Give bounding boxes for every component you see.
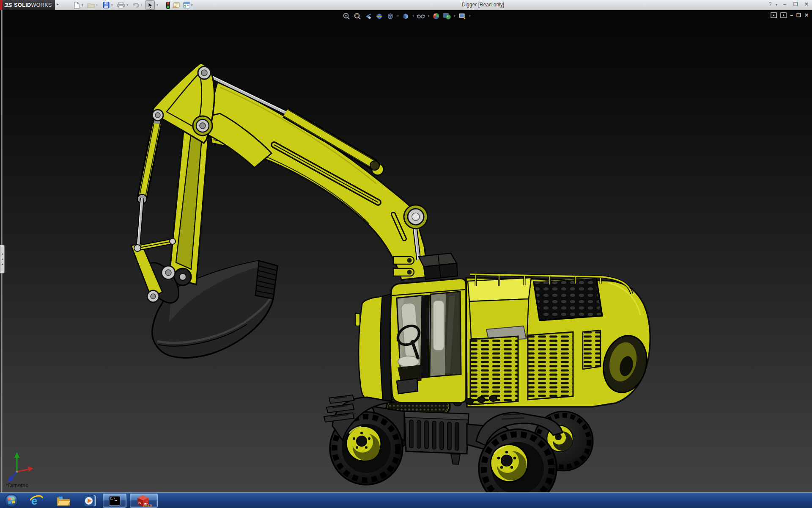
solidworks-cube-icon: S W 2015 bbox=[135, 494, 153, 507]
app-close-button[interactable]: ✕ bbox=[804, 1, 809, 7]
titlebar: ЗS SOLIDWORKS ▸ ▾ ▾ ▾ ▾ ▾ ▾ ▾ Digger [Re… bbox=[0, 0, 812, 10]
select-caret[interactable]: ▾ bbox=[156, 3, 158, 7]
save-button[interactable] bbox=[102, 0, 111, 10]
orientation-triad bbox=[7, 451, 36, 483]
app-restore-button[interactable]: ❐ bbox=[793, 1, 798, 7]
solidworks-logo-mark: ЗS bbox=[4, 2, 12, 8]
internet-explorer-icon: e bbox=[30, 494, 43, 507]
save-icon bbox=[103, 2, 110, 8]
open-caret[interactable]: ▾ bbox=[96, 3, 98, 7]
options-caret[interactable]: ▾ bbox=[191, 3, 193, 7]
svg-text:S: S bbox=[138, 501, 141, 505]
boom bbox=[211, 82, 428, 280]
file-properties-button[interactable] bbox=[172, 0, 181, 10]
x-axis-arrow bbox=[28, 467, 33, 472]
knee-triangle bbox=[152, 63, 214, 143]
print-button[interactable] bbox=[116, 0, 126, 10]
cmd-label: C:\ bbox=[110, 497, 115, 500]
taskbar-solidworks-2015[interactable]: S W 2015 bbox=[130, 494, 158, 508]
taskbar-windows-explorer[interactable] bbox=[55, 494, 72, 508]
cab-vent bbox=[397, 378, 418, 394]
window-title: Digger [Read-only] bbox=[462, 2, 504, 8]
y-axis-arrow bbox=[14, 452, 19, 458]
print-icon bbox=[117, 2, 125, 8]
side-grille bbox=[583, 330, 601, 369]
windows-start-orb-icon bbox=[4, 494, 19, 508]
brand-works: WORKS bbox=[31, 2, 52, 8]
app-minimize-button[interactable]: – bbox=[783, 1, 786, 7]
note-hand-icon bbox=[173, 2, 180, 8]
help-button[interactable]: ? bbox=[769, 1, 772, 7]
menu-expand-arrow[interactable]: ▸ bbox=[57, 2, 59, 6]
mirror bbox=[355, 313, 360, 326]
taskbar-media-player[interactable] bbox=[82, 494, 99, 508]
undo-caret[interactable]: ▾ bbox=[141, 3, 143, 7]
new-document-icon bbox=[73, 2, 80, 9]
graphics-viewport[interactable]: ◂ ◂ ◂ ▾ ▾ ▾ ▾ ▾ bbox=[0, 10, 812, 492]
help-caret[interactable]: ▾ bbox=[776, 3, 777, 7]
command-prompt-icon: C:\ bbox=[109, 496, 121, 506]
save-caret[interactable]: ▾ bbox=[111, 3, 113, 7]
select-button[interactable] bbox=[145, 0, 155, 10]
start-button[interactable] bbox=[3, 494, 19, 508]
excavator-model: .c-y{fill:var(--yellow);stroke:var(--out… bbox=[0, 10, 812, 492]
logo-red-strip bbox=[0, 0, 2, 10]
cab bbox=[355, 279, 466, 403]
folder-icon bbox=[56, 495, 71, 507]
new-caret[interactable]: ▾ bbox=[82, 3, 83, 7]
select-cursor-icon bbox=[148, 2, 153, 8]
taskbar-command-prompt[interactable]: C:\ bbox=[103, 494, 126, 508]
sw-year-label: 2015 bbox=[143, 503, 152, 507]
taskbar-internet-explorer[interactable]: e bbox=[28, 494, 45, 508]
open-folder-icon bbox=[87, 2, 95, 8]
options-button[interactable] bbox=[182, 0, 191, 10]
brand-solid: SOLID bbox=[14, 2, 31, 8]
steps bbox=[324, 395, 354, 422]
view-orientation-label: *Dimetric bbox=[6, 482, 28, 489]
new-document-button[interactable] bbox=[72, 0, 81, 10]
taskbar: e C:\ S W 2015 bbox=[0, 492, 812, 508]
traffic-light-icon bbox=[166, 2, 170, 9]
side-grille bbox=[528, 332, 573, 400]
side-grille bbox=[470, 336, 518, 405]
engine-grille bbox=[534, 278, 602, 320]
undo-button[interactable] bbox=[131, 0, 140, 10]
print-caret[interactable]: ▾ bbox=[126, 3, 128, 7]
rebuild-button[interactable] bbox=[163, 0, 173, 10]
undo-icon bbox=[132, 2, 140, 8]
media-player-icon bbox=[84, 494, 97, 507]
solidworks-logo: ЗS SOLIDWORKS bbox=[0, 0, 55, 10]
open-button[interactable] bbox=[86, 0, 96, 10]
options-list-icon bbox=[183, 2, 190, 8]
